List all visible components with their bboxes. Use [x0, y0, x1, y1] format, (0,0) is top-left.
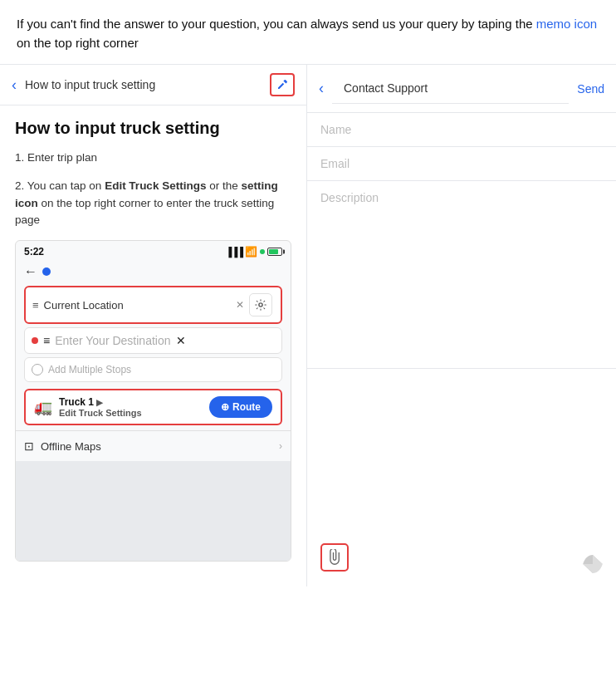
route-icon: ⊕: [221, 401, 229, 413]
svg-point-0: [259, 303, 262, 307]
intro-text-before: If you can't find the answer to your que…: [17, 17, 536, 31]
step-1-text: Enter trip plan: [27, 151, 97, 164]
right-footer: [307, 535, 616, 586]
attachment-button[interactable]: [320, 543, 349, 572]
memo-icon-highlight: memo icon: [536, 17, 597, 31]
dest-menu-icon: ≡: [43, 334, 50, 347]
truck-icon: 🚛: [34, 398, 52, 416]
zendesk-logo: [583, 555, 603, 578]
current-location-text: Current Location: [44, 299, 231, 312]
article-title: How to input truck setting: [15, 119, 291, 138]
gear-icon-button[interactable]: [249, 293, 272, 316]
nav-blue-dot: [42, 267, 51, 276]
add-stops-text: Add Multiple Stops: [48, 364, 131, 375]
step-1: 1. Enter trip plan: [15, 150, 291, 166]
add-stops-row[interactable]: Add Multiple Stops: [24, 357, 282, 382]
right-spacer: [307, 369, 616, 536]
step-2-bold1: Edit Truck Settings: [105, 179, 206, 192]
route-label: Route: [232, 401, 261, 413]
menu-icon: ≡: [32, 299, 39, 312]
offline-chevron-icon: ›: [279, 440, 282, 452]
phone-back-arrow[interactable]: ←: [24, 264, 37, 279]
intro-section: If you can't find the answer to your que…: [0, 0, 616, 64]
step-2: 2. You can tap on Edit Truck Settings or…: [15, 178, 291, 228]
phone-status-bar: 5:22 ▐▐▐ 📶: [16, 241, 291, 261]
route-button[interactable]: ⊕ Route: [209, 396, 272, 418]
destination-row[interactable]: ≡ Enter Your Destination ✕: [24, 327, 282, 354]
network-dot: [260, 249, 265, 254]
left-header-title: How to input truck setting: [25, 78, 262, 91]
right-header-title: Contact Support: [332, 73, 569, 104]
status-icons: ▐▐▐ 📶: [226, 246, 282, 258]
truck-bar[interactable]: 🚛 Truck 1 ▶ Edit Truck Settings ⊕ Route: [24, 389, 282, 425]
intro-text-after: on the top right corner: [17, 36, 139, 50]
add-stops-icon: [32, 364, 43, 375]
left-header: ‹ How to input truck setting: [0, 65, 306, 105]
status-time: 5:22: [24, 246, 44, 258]
truck-name: Truck 1 ▶: [59, 396, 203, 408]
signal-icon: ▐▐▐: [226, 247, 242, 257]
right-header: ‹ Contact Support Send: [307, 65, 616, 113]
step-2-number: 2.: [15, 179, 24, 192]
right-back-button[interactable]: ‹: [319, 80, 324, 97]
step-2-text-after: on the top right corner to enter the tru…: [15, 197, 274, 226]
red-dot: [32, 337, 38, 344]
step-2-text-middle: or the: [206, 179, 241, 192]
phone-mockup: 5:22 ▐▐▐ 📶 ←: [15, 240, 291, 562]
battery-fill: [269, 249, 278, 254]
clear-location-button[interactable]: ✕: [236, 299, 244, 311]
truck-settings-label[interactable]: Edit Truck Settings: [59, 408, 203, 418]
offline-maps-icon: ⊡: [24, 439, 34, 453]
truck-expand-icon: ▶: [96, 398, 103, 407]
left-back-button[interactable]: ‹: [12, 76, 17, 94]
battery-icon: [267, 248, 282, 256]
email-field[interactable]: Email: [307, 147, 616, 181]
truck-info: Truck 1 ▶ Edit Truck Settings: [59, 396, 203, 418]
left-panel: ‹ How to input truck setting How to inpu…: [0, 65, 307, 586]
wifi-icon: 📶: [245, 246, 257, 258]
phone-nav-row: ←: [16, 261, 291, 282]
step-1-number: 1.: [15, 151, 24, 164]
left-content: How to input truck setting 1. Enter trip…: [0, 105, 306, 586]
offline-maps-text: Offline Maps: [41, 440, 272, 453]
destination-text: Enter Your Destination: [55, 334, 170, 347]
map-placeholder: [16, 461, 291, 561]
offline-maps-row[interactable]: ⊡ Offline Maps ›: [16, 430, 291, 461]
main-layout: ‹ How to input truck setting How to inpu…: [0, 64, 616, 586]
right-panel: ‹ Contact Support Send Name Email Descri…: [307, 65, 616, 586]
step-2-text-before: You can tap on: [27, 179, 105, 192]
description-field[interactable]: Description: [307, 181, 616, 369]
current-location-row[interactable]: ≡ Current Location ✕: [24, 286, 282, 324]
name-field[interactable]: Name: [307, 113, 616, 147]
send-button[interactable]: Send: [577, 82, 604, 96]
clear-destination-button[interactable]: ✕: [176, 334, 186, 347]
memo-icon-button[interactable]: [270, 73, 295, 96]
